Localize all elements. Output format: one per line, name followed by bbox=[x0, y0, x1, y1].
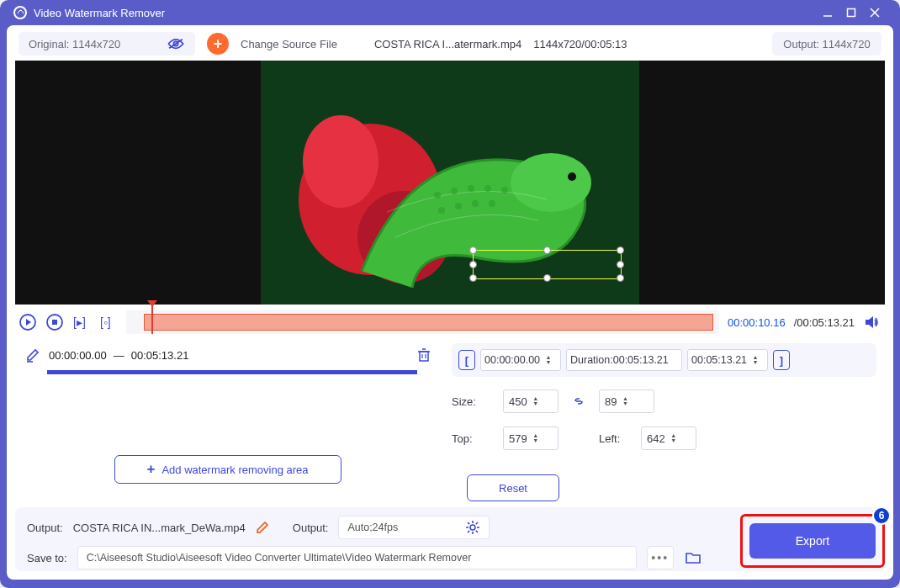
svg-point-15 bbox=[484, 185, 491, 192]
svg-point-13 bbox=[451, 188, 458, 194]
trim-duration-input[interactable]: Duration:00:05:13.21 bbox=[566, 349, 682, 371]
step-forward-button[interactable]: [▸] bbox=[72, 313, 91, 331]
segment-start: 00:00:00.00 bbox=[49, 349, 107, 362]
output-file-label: Output: bbox=[27, 522, 63, 534]
svg-text:[▸]: [▸] bbox=[73, 315, 86, 329]
svg-rect-24 bbox=[52, 320, 57, 325]
left-input[interactable]: 642▲▼ bbox=[641, 426, 696, 450]
left-label: Left: bbox=[599, 432, 627, 445]
rename-output-button[interactable] bbox=[256, 521, 269, 534]
svg-point-16 bbox=[501, 187, 508, 193]
original-label: Original: bbox=[29, 38, 69, 50]
close-button[interactable] bbox=[863, 4, 887, 21]
spinner-down[interactable]: ▼ bbox=[750, 360, 760, 365]
add-area-label: Add watermark removing area bbox=[161, 464, 308, 476]
reset-button[interactable]: Reset bbox=[467, 474, 559, 501]
svg-point-17 bbox=[438, 207, 445, 214]
change-source-link[interactable]: Change Source File bbox=[241, 38, 337, 50]
output-dims: 1144x720 bbox=[823, 38, 871, 50]
trim-end-input[interactable]: 00:05:13.21▲▼ bbox=[687, 349, 768, 371]
svg-point-11 bbox=[568, 172, 576, 181]
maximize-button[interactable] bbox=[839, 4, 863, 21]
svg-marker-27 bbox=[866, 316, 873, 328]
source-dims-time: 1144x720/00:05:13 bbox=[533, 38, 627, 50]
video-preview[interactable] bbox=[15, 61, 885, 305]
link-aspect-icon[interactable] bbox=[572, 395, 585, 408]
svg-line-40 bbox=[468, 522, 469, 524]
timeline-range[interactable] bbox=[144, 314, 713, 331]
original-size-pill: Original: 1144x720 bbox=[19, 32, 195, 56]
watermark-selection-box[interactable] bbox=[473, 250, 622, 279]
svg-point-8 bbox=[303, 115, 379, 208]
volume-icon[interactable] bbox=[863, 313, 881, 331]
svg-point-12 bbox=[434, 192, 441, 199]
time-total: /00:05:13.21 bbox=[794, 316, 855, 329]
height-input[interactable]: 89▲▼ bbox=[599, 389, 654, 413]
source-filename: COSTA RICA I...atermark.mp4 bbox=[374, 38, 521, 50]
set-end-button[interactable]: ] bbox=[773, 350, 790, 370]
step-badge: 6 bbox=[872, 506, 891, 525]
play-button[interactable] bbox=[19, 313, 37, 331]
pen-icon bbox=[24, 346, 42, 364]
spinner-down[interactable]: ▼ bbox=[543, 360, 553, 365]
delete-segment-button[interactable] bbox=[416, 347, 431, 363]
svg-text:[◦]: [◦] bbox=[100, 315, 111, 329]
open-folder-button[interactable] bbox=[684, 548, 702, 567]
app-logo-icon bbox=[13, 6, 27, 19]
set-start-button[interactable]: [ bbox=[458, 350, 475, 370]
trim-row: [ 00:00:00.00▲▼ Duration:00:05:13.21 00:… bbox=[452, 343, 876, 377]
step-back-button[interactable]: [◦] bbox=[99, 313, 118, 331]
time-current: 00:00:10.16 bbox=[728, 316, 786, 329]
plus-icon: + bbox=[146, 461, 155, 478]
window-title: Video Watermark Remover bbox=[34, 7, 165, 19]
svg-point-18 bbox=[455, 203, 462, 209]
timeline-track[interactable] bbox=[126, 310, 719, 334]
segment-row[interactable]: 00:00:00.00 — 00:05:13.21 bbox=[24, 343, 431, 367]
segment-sep: — bbox=[114, 349, 124, 362]
saveto-label: Save to: bbox=[27, 552, 67, 564]
output-label: Output: bbox=[783, 38, 819, 50]
top-input[interactable]: 579▲▼ bbox=[503, 426, 559, 450]
svg-rect-1 bbox=[848, 9, 855, 17]
output-size-pill: Output: 1144x720 bbox=[772, 32, 881, 56]
svg-line-43 bbox=[476, 522, 478, 524]
svg-line-41 bbox=[476, 531, 478, 532]
svg-marker-22 bbox=[26, 319, 31, 326]
output-format-box[interactable]: Auto;24fps bbox=[338, 516, 490, 539]
svg-point-10 bbox=[511, 153, 591, 212]
stop-button[interactable] bbox=[45, 313, 64, 331]
svg-point-20 bbox=[489, 200, 495, 207]
export-highlight: 6 Export bbox=[740, 514, 885, 568]
output-file-name: COSTA RICA IN...mark_DeWa.mp4 bbox=[73, 522, 246, 534]
top-label: Top: bbox=[452, 432, 490, 445]
width-input[interactable]: 450▲▼ bbox=[503, 389, 559, 413]
segment-end: 00:05:13.21 bbox=[131, 349, 189, 362]
playhead[interactable] bbox=[151, 305, 153, 334]
original-dims: 1144x720 bbox=[72, 38, 120, 50]
svg-line-42 bbox=[468, 531, 469, 532]
svg-rect-29 bbox=[420, 352, 428, 361]
add-source-button[interactable]: + bbox=[207, 33, 229, 55]
svg-point-19 bbox=[472, 200, 479, 207]
minimize-button[interactable] bbox=[816, 4, 839, 21]
browse-path-button[interactable]: ••• bbox=[647, 546, 674, 569]
save-path-box[interactable]: C:\Aiseesoft Studio\Aiseesoft Video Conv… bbox=[77, 546, 637, 569]
gear-icon[interactable] bbox=[465, 520, 480, 535]
add-removing-area-button[interactable]: + Add watermark removing area bbox=[114, 455, 341, 484]
size-label: Size: bbox=[452, 395, 490, 408]
trim-start-input[interactable]: 00:00:00.00▲▼ bbox=[480, 349, 561, 371]
svg-point-35 bbox=[470, 525, 475, 530]
export-button[interactable]: Export bbox=[749, 523, 876, 559]
title-bar: Video Watermark Remover bbox=[0, 0, 900, 25]
output-format-label: Output: bbox=[293, 522, 329, 534]
svg-point-14 bbox=[468, 185, 474, 192]
eye-off-icon[interactable] bbox=[167, 34, 185, 53]
segment-bar[interactable] bbox=[47, 370, 417, 374]
